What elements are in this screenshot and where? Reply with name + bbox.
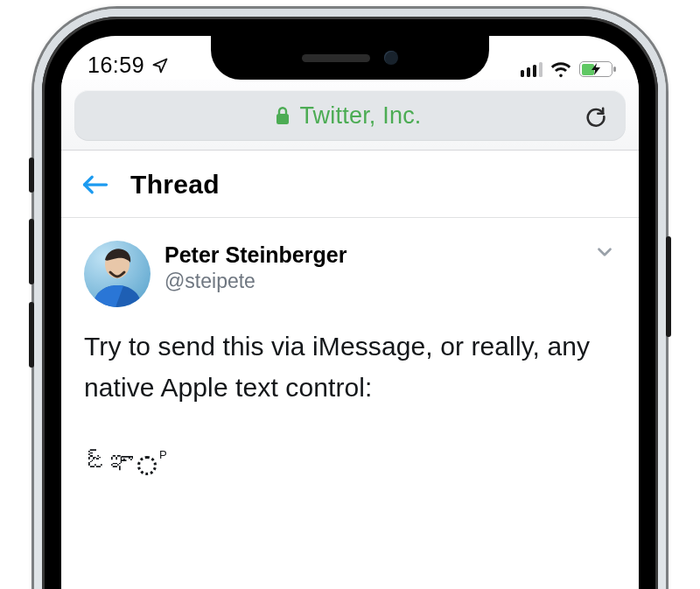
- speaker-grille: [302, 54, 370, 62]
- author-handle: @steipete: [164, 270, 346, 293]
- silence-switch[interactable]: [29, 158, 34, 193]
- notch: [211, 36, 489, 80]
- tweet-header: Peter Steinberger @steipete: [84, 241, 616, 307]
- reload-icon[interactable]: [584, 103, 608, 128]
- iphone-frame: 16:59: [34, 9, 666, 589]
- location-arrow-icon: [151, 57, 169, 74]
- charging-bolt-icon: [580, 62, 612, 76]
- lock-icon: [275, 106, 290, 125]
- back-arrow-icon[interactable]: [82, 173, 108, 196]
- power-button[interactable]: [666, 236, 671, 337]
- page-header: Thread: [61, 151, 639, 218]
- wifi-icon: [550, 60, 572, 78]
- address-label: Twitter, Inc.: [113, 102, 584, 130]
- clock: 16:59: [88, 53, 144, 78]
- telugu-char: జ్ఞ‌ా: [84, 448, 133, 477]
- author-name: Peter Steinberger: [164, 242, 346, 268]
- iphone-rim: 16:59: [42, 17, 658, 589]
- volume-down-button[interactable]: [29, 302, 34, 368]
- address-bar[interactable]: Twitter, Inc.: [74, 90, 626, 141]
- browser-chrome: Twitter, Inc.: [61, 80, 639, 151]
- tweet-special-chars: జ్ఞ‌ా P: [84, 448, 616, 477]
- battery-icon: [579, 61, 612, 77]
- avatar[interactable]: [84, 241, 150, 307]
- cellular-signal-icon: [521, 62, 543, 77]
- screen: 16:59: [61, 36, 639, 589]
- site-name: Twitter, Inc.: [299, 102, 421, 130]
- svg-rect-0: [276, 114, 289, 124]
- superscript-mark: P: [159, 448, 167, 461]
- status-right: [521, 60, 613, 78]
- tweet: Peter Steinberger @steipete Try to send …: [61, 218, 639, 477]
- status-left: 16:59: [88, 53, 169, 78]
- dotted-circle-icon: [137, 456, 157, 475]
- tweet-text: Try to send this via iMessage, or really…: [84, 326, 616, 408]
- author[interactable]: Peter Steinberger @steipete: [164, 242, 346, 293]
- page-title: Thread: [130, 170, 220, 200]
- front-camera: [384, 51, 398, 65]
- volume-up-button[interactable]: [29, 219, 34, 284]
- chevron-down-icon[interactable]: [593, 241, 616, 263]
